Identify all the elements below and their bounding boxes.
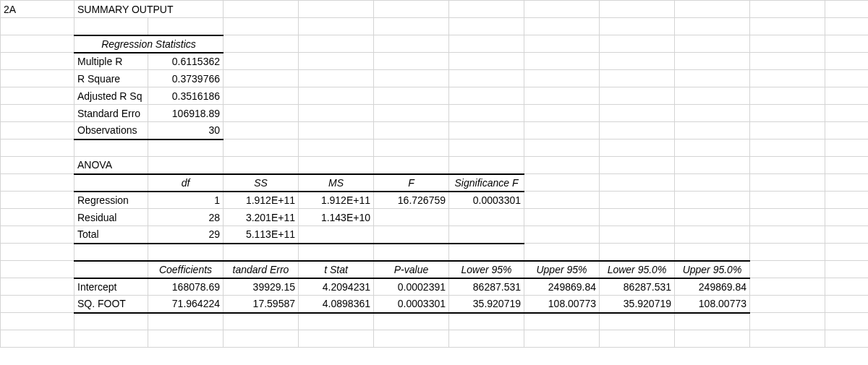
question-label: 2A [1, 1, 75, 18]
coef-intercept-tstat: 4.2094231 [299, 278, 374, 296]
multiple-r-value: 0.6115362 [148, 53, 224, 70]
r-square-label: R Square [75, 70, 148, 87]
anova-regression-sigf: 0.0003301 [449, 192, 524, 209]
coef-intercept-lower95: 86287.531 [449, 278, 524, 296]
coef-sqfoot-upper95-0: 108.00773 [675, 296, 750, 313]
coef-sqfoot-pvalue: 0.0003301 [374, 296, 449, 313]
std-error-label: Standard Erro [75, 105, 148, 122]
coef-intercept-upper95-0: 249869.84 [675, 278, 750, 296]
coef-sqfoot-upper95: 108.00773 [524, 296, 600, 313]
anova-total-ss: 5.113E+11 [224, 226, 299, 244]
anova-total-df: 29 [148, 226, 224, 244]
anova-regression-f: 16.726759 [374, 192, 449, 209]
anova-header-ms: MS [299, 174, 374, 192]
r-square-value: 0.3739766 [148, 70, 224, 87]
coef-intercept-stderr: 39929.15 [224, 278, 299, 296]
coef-header-pvalue: P-value [374, 261, 449, 278]
coef-intercept-label: Intercept [75, 278, 148, 296]
adj-r-square-label: Adjusted R Sq [75, 87, 148, 105]
coef-intercept-pvalue: 0.0002391 [374, 278, 449, 296]
coef-header-tstat: t Stat [299, 261, 374, 278]
anova-residual-ss: 3.201E+11 [224, 209, 299, 226]
coef-intercept-lower95-0: 86287.531 [600, 278, 675, 296]
coef-sqfoot-tstat: 4.0898361 [299, 296, 374, 313]
coef-header-lower95: Lower 95% [449, 261, 524, 278]
multiple-r-label: Multiple R [75, 53, 148, 70]
coef-intercept-coefficients: 168078.69 [148, 278, 224, 296]
std-error-value: 106918.89 [148, 105, 224, 122]
anova-regression-label: Regression [75, 192, 148, 209]
regression-statistics-heading: Regression Statistics [75, 35, 224, 53]
anova-regression-df: 1 [148, 192, 224, 209]
summary-output-title: SUMMARY OUTPUT [75, 1, 224, 18]
spreadsheet-grid[interactable]: 2A SUMMARY OUTPUT Regression Statistics … [0, 0, 868, 348]
coef-header-stderr: tandard Erro [224, 261, 299, 278]
anova-header-ss: SS [224, 174, 299, 192]
coef-header-upper95-0: Upper 95.0% [675, 261, 750, 278]
coef-header-lower95-0: Lower 95.0% [600, 261, 675, 278]
anova-heading: ANOVA [75, 157, 148, 174]
observations-label: Observations [75, 122, 148, 139]
coef-header-coefficients: Coefficients [148, 261, 224, 278]
anova-regression-ss: 1.912E+11 [224, 192, 299, 209]
coef-sqfoot-lower95-0: 35.920719 [600, 296, 675, 313]
coef-intercept-upper95: 249869.84 [524, 278, 600, 296]
coef-sqfoot-stderr: 17.59587 [224, 296, 299, 313]
coef-sqfoot-coefficients: 71.964224 [148, 296, 224, 313]
anova-total-label: Total [75, 226, 148, 244]
anova-header-f: F [374, 174, 449, 192]
anova-residual-ms: 1.143E+10 [299, 209, 374, 226]
anova-residual-label: Residual [75, 209, 148, 226]
anova-header-df: df [148, 174, 224, 192]
anova-regression-ms: 1.912E+11 [299, 192, 374, 209]
observations-value: 30 [148, 122, 224, 139]
adj-r-square-value: 0.3516186 [148, 87, 224, 105]
coef-sqfoot-label: SQ. FOOT [75, 296, 148, 313]
coef-sqfoot-lower95: 35.920719 [449, 296, 524, 313]
coef-header-upper95: Upper 95% [524, 261, 600, 278]
anova-residual-df: 28 [148, 209, 224, 226]
anova-header-sigf: Significance F [449, 174, 524, 192]
